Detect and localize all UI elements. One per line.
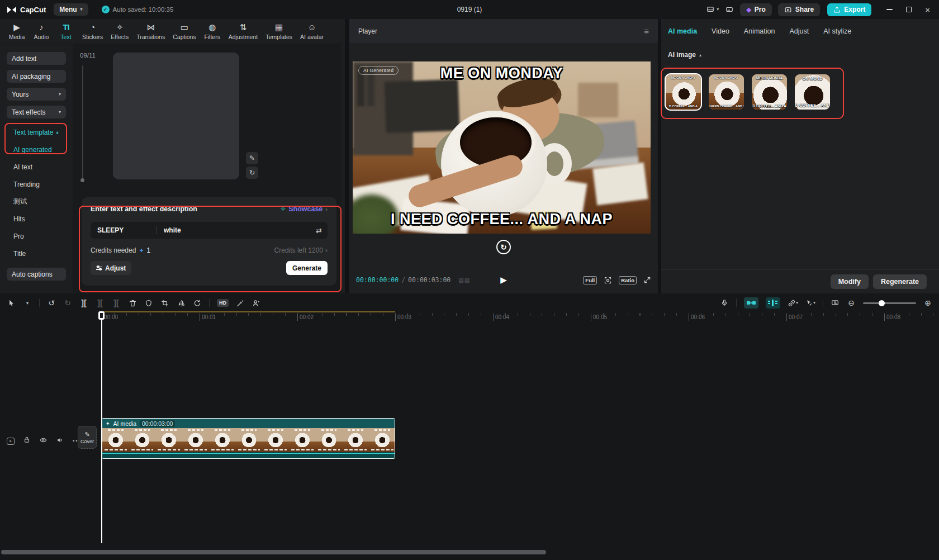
tab-text[interactable]: TI Text [54, 22, 78, 40]
ai-image-thumbnail-1[interactable]: ME ON MONDAY D COFFEE... AND A [666, 74, 701, 110]
mask-button[interactable] [144, 299, 153, 307]
ai-image-group-header[interactable]: AI image ▴ [668, 51, 701, 59]
mirror-button[interactable] [177, 299, 186, 307]
tab-transitions[interactable]: ⋈ Transitions [132, 22, 169, 40]
zoom-out-button[interactable]: ⊖ [847, 298, 856, 307]
ai-image-thumbnail-3[interactable]: ME ON MONDA D COFFEE... AND A [752, 74, 787, 110]
tab-captions[interactable]: ▭ Captions [169, 22, 200, 40]
zoom-in-button[interactable]: ⊕ [923, 298, 932, 307]
auto-captions-button[interactable]: Auto captions [7, 268, 66, 281]
tab-media[interactable]: ▶ Media [4, 22, 29, 40]
replace-button[interactable] [193, 299, 202, 307]
loop-playback-button[interactable]: ↻ [496, 240, 511, 254]
tab-templates[interactable]: ▦ Templates [262, 22, 296, 40]
mute-track-button[interactable] [56, 436, 64, 446]
tab-adjustment[interactable]: ⇅ Adjustment [225, 22, 262, 40]
share-button[interactable]: Share [778, 3, 820, 16]
ai-image-thumbnail-2[interactable]: ME ON MONDAY I NEED COFFEE... AND A [709, 74, 744, 110]
voiceover-button[interactable] [720, 298, 729, 307]
modify-button[interactable]: Modify [831, 274, 869, 289]
minimize-icon[interactable] [886, 9, 893, 10]
tab-animation[interactable]: Animation [744, 27, 775, 35]
crop-button[interactable] [160, 299, 169, 307]
timeline-clip[interactable]: ✦ AI media 00:00:03:00 [102, 418, 395, 459]
sidebar-item-hits[interactable]: Hits ▴ [7, 210, 66, 227]
full-preview-button[interactable]: Full [583, 276, 597, 284]
play-button[interactable]: ▶ [500, 275, 507, 285]
sidebar-item-ai-generated[interactable]: AI generated ▴ [7, 141, 66, 158]
tab-filters[interactable]: ◍ Filters [200, 22, 225, 40]
timeline-ruler[interactable]: 00:0000:0100:0200:0300:0400:0500:0600:07… [0, 311, 939, 324]
tab-audio[interactable]: ♪ Audio [29, 22, 54, 40]
zoom-slider-knob[interactable] [879, 300, 885, 306]
sidebar-item-text-template[interactable]: Text template ▴ [7, 124, 66, 141]
generate-button[interactable]: Generate [286, 261, 328, 275]
shuffle-icon[interactable]: ⇄ [316, 226, 328, 235]
delete-left-button[interactable]: ][ [96, 298, 105, 307]
delete-right-button[interactable]: ][ [112, 298, 121, 307]
link-clips-button[interactable]: ▾ [788, 299, 798, 307]
tab-video[interactable]: Video [712, 27, 729, 35]
tab-ai-avatar[interactable]: ☺ AI avatar [296, 22, 328, 40]
tab-stickers[interactable]: ◔ Stickers [78, 22, 107, 40]
export-button[interactable]: Export [827, 3, 871, 16]
select-tool-chevron-icon[interactable]: ▾ [23, 301, 32, 306]
regenerate-button[interactable]: Regenerate [873, 274, 927, 289]
sidebar-item-ai-text[interactable]: AI text ▴ [7, 158, 66, 175]
player-menu-icon[interactable]: ≡ [644, 26, 649, 36]
credits-left-link[interactable]: Credits left 1200 › [274, 246, 328, 254]
ratio-button[interactable]: Ratio [619, 276, 637, 284]
grid-icon[interactable]: ▤▤ [458, 277, 470, 283]
timeline-zoom-slider[interactable] [863, 302, 916, 304]
sidebar-item-ceshi[interactable]: 测试 ▴ [7, 193, 66, 210]
auto-snap-toggle[interactable] [766, 297, 780, 309]
undo-button[interactable]: ↺ [47, 298, 56, 307]
playhead[interactable] [98, 311, 105, 543]
hide-track-button[interactable] [39, 436, 48, 446]
redo-button[interactable]: ↻ [63, 298, 72, 307]
delete-button[interactable] [128, 299, 137, 307]
text-input[interactable]: SLEEPY [91, 226, 156, 234]
main-track-icon[interactable]: ▸ [7, 438, 15, 445]
pro-button[interactable]: ◆ Pro [740, 3, 771, 16]
playhead-handle[interactable] [98, 311, 105, 320]
sidebar-button-ai-packaging[interactable]: AI packaging ▾ [7, 70, 66, 83]
ai-image-thumbnail-4[interactable]: ON MOND D COFFEE... AND [795, 74, 830, 110]
notes-panel-button[interactable] [725, 6, 734, 13]
clip-snap-toggle[interactable] [744, 297, 758, 309]
effect-input[interactable]: white [157, 226, 316, 234]
tab-ai-stylize[interactable]: AI stylize [823, 27, 851, 35]
tab-ai-media[interactable]: AI media [668, 27, 697, 35]
sidebar-button-yours[interactable]: Yours ▾ [7, 88, 66, 101]
tab-effects[interactable]: ✧ Effects [107, 22, 132, 40]
refresh-template-button[interactable]: ↻ [246, 167, 258, 179]
ai-character-button[interactable] [252, 299, 261, 307]
sidebar-item-pro[interactable]: Pro ▴ [7, 227, 66, 245]
maximize-icon[interactable] [906, 7, 912, 12]
template-preview[interactable] [113, 53, 239, 179]
fullscreen-button[interactable] [643, 276, 651, 284]
preview-axis-button[interactable] [831, 299, 840, 307]
cover-button[interactable]: ✎ Cover [78, 426, 97, 449]
tab-adjust[interactable]: Adjust [789, 27, 809, 35]
magic-tools-button[interactable] [236, 299, 245, 307]
menu-button[interactable]: Menu ▾ [54, 3, 88, 16]
timeline-scrollbar[interactable] [1, 550, 546, 554]
sidebar-button-add-text[interactable]: Add text ▾ [7, 52, 66, 65]
sidebar-item-trending[interactable]: Trending ▴ [7, 175, 66, 193]
showcase-link[interactable]: ✧ Showcase › [280, 205, 328, 213]
adjust-button[interactable]: Adjust [91, 261, 131, 275]
split-button[interactable]: ][ [79, 298, 88, 307]
layout-toggle-button[interactable]: ▾ [706, 6, 719, 13]
cursor-link-button[interactable]: ▾ [805, 299, 815, 307]
close-icon[interactable]: × [925, 6, 930, 14]
focus-button[interactable] [604, 276, 612, 284]
select-tool-button[interactable] [7, 299, 16, 307]
edit-template-button[interactable]: ✎ [246, 152, 258, 164]
lock-track-button[interactable] [23, 436, 31, 446]
sidebar-item-title[interactable]: Title ▴ [7, 245, 66, 262]
hd-export-button[interactable]: HD [217, 299, 229, 307]
sidebar-button-text-effects[interactable]: Text effects ▾ [7, 106, 66, 118]
player-canvas[interactable]: AI Generated ME ON MONDAY I NEED COFFEE.… [353, 61, 651, 234]
clip-label: AI media [113, 420, 136, 427]
